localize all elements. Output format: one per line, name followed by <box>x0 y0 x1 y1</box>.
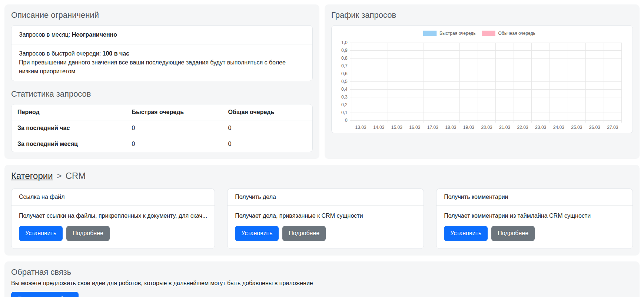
limit-row-monthly: Запросов в месяц: Неограниченно <box>11 26 312 44</box>
x-tick: 22.03 <box>517 125 528 130</box>
stats-col-period: Период <box>11 104 126 120</box>
y-tick: 0,8 <box>341 56 348 61</box>
stats-col-common: Общая очередь <box>222 104 312 120</box>
x-tick: 17.03 <box>427 125 438 130</box>
y-tick: 0,3 <box>341 94 348 100</box>
robot-cards-row: Ссылка на файл Получает ссылки на файлы,… <box>11 188 633 249</box>
chart-panel: График запросов Быстрая очередь Обычная … <box>325 4 640 159</box>
x-tick: 23.03 <box>535 125 546 130</box>
y-tick: 0,7 <box>341 63 348 69</box>
feedback-description: Вы можете предложить свои идеи для робот… <box>11 280 633 287</box>
details-button[interactable]: Подробнее <box>282 226 326 241</box>
y-tick: 0,2 <box>341 102 348 107</box>
legend-label-normal: Обычная очередь <box>498 31 535 36</box>
stats-fast-hour: 0 <box>126 120 222 136</box>
x-tick: 16.03 <box>409 125 420 130</box>
chart-y-axis-labels: 1,0 0,9 0,8 0,7 0,6 0,5 0,4 0,3 0,2 0,1 … <box>341 40 348 123</box>
chart-card: Быстрая очередь Обычная очередь <box>331 25 633 133</box>
limits-title: Описание ограничений <box>11 10 313 20</box>
robot-card-description: Получает ссылки на файлы, прикрепленных … <box>19 213 207 219</box>
stats-card: Период Быстрая очередь Общая очередь За … <box>11 104 313 152</box>
table-row: За последний месяц 0 0 <box>11 136 312 152</box>
install-button[interactable]: Установить <box>235 226 279 241</box>
chart-legend: Быстрая очередь Обычная очередь <box>423 31 535 36</box>
stats-fast-month: 0 <box>126 136 222 152</box>
x-tick: 20.03 <box>481 125 492 130</box>
x-tick: 24.03 <box>553 125 564 130</box>
x-tick: 21.03 <box>499 125 510 130</box>
stats-header-row: Период Быстрая очередь Общая очередь <box>11 104 312 120</box>
limit-monthly-label: Запросов в месяц: <box>19 31 70 38</box>
legend-label-fast: Быстрая очередь <box>439 31 475 36</box>
y-tick: 0,9 <box>341 48 348 53</box>
breadcrumb-current: CRM <box>66 171 86 181</box>
install-button[interactable]: Установить <box>19 226 63 241</box>
robot-card-title: Ссылка на файл <box>11 189 215 206</box>
robot-card-get-comments: Получить комментарии Получает комментари… <box>436 188 633 249</box>
x-tick: 19.03 <box>463 125 474 130</box>
stats-common-hour: 0 <box>222 120 312 136</box>
catalog-panel: Категории>CRM Ссылка на файл Получает сс… <box>4 165 640 256</box>
stats-period-hour: За последний час <box>11 120 126 136</box>
chart-vertical-grid <box>352 43 621 123</box>
top-row: Описание ограничений Запросов в месяц: Н… <box>4 4 640 159</box>
robot-card-title: Получить дела <box>228 189 424 206</box>
robot-card-body: Получает ссылки на файлы, прикрепленных … <box>11 206 215 248</box>
legend-swatch-fast <box>423 31 437 36</box>
limit-fast-value: 100 в час <box>103 50 130 57</box>
details-button[interactable]: Подробнее <box>66 226 110 241</box>
x-tick: 13.03 <box>355 125 366 130</box>
y-tick: 0,5 <box>341 79 348 84</box>
limits-panel: Описание ограничений Запросов в месяц: Н… <box>4 4 319 159</box>
limit-fast-label: Запросов в быстрой очереди: <box>19 50 101 57</box>
chart-title: График запросов <box>331 10 633 20</box>
install-button[interactable]: Установить <box>444 226 488 241</box>
legend-swatch-normal <box>482 31 495 36</box>
breadcrumb: Категории>CRM <box>11 171 633 181</box>
y-tick: 0,6 <box>341 71 348 76</box>
limit-row-fast: Запросов в быстрой очереди: 100 в час Пр… <box>11 44 312 81</box>
breadcrumb-separator: > <box>57 171 62 181</box>
limit-fast-note: При превышении данного значения все ваши… <box>19 58 305 76</box>
x-tick: 25.03 <box>571 125 582 130</box>
details-button[interactable]: Подробнее <box>491 226 535 241</box>
limits-card: Запросов в месяц: Неограниченно Запросов… <box>11 25 313 81</box>
feedback-panel: Обратная связь Вы можете предложить свои… <box>4 261 640 297</box>
page: Описание ограничений Запросов в месяц: Н… <box>0 0 644 297</box>
robot-card-title: Получить комментарии <box>436 189 633 206</box>
x-tick: 18.03 <box>445 125 456 130</box>
x-tick: 27.03 <box>607 125 618 130</box>
table-row: За последний час 0 0 <box>11 120 312 136</box>
chart-x-axis-labels: 13.03 14.03 15.03 16.03 17.03 18.03 19.0… <box>355 125 618 130</box>
x-tick: 15.03 <box>391 125 402 130</box>
robot-card-buttons: Установить Подробнее <box>19 226 207 241</box>
breadcrumb-categories-link[interactable]: Категории <box>11 171 53 181</box>
robot-card-file-link: Ссылка на файл Получает ссылки на файлы,… <box>11 188 215 249</box>
y-tick: 0,4 <box>341 87 348 92</box>
x-tick: 26.03 <box>589 125 600 130</box>
limit-monthly-value: Неограниченно <box>72 31 117 38</box>
stats-table: Период Быстрая очередь Общая очередь За … <box>11 104 312 152</box>
chart-horizontal-grid <box>350 43 622 121</box>
robot-card-body: Получает комментарии из таймлайна CRM су… <box>436 206 633 248</box>
stats-period-month: За последний месяц <box>11 136 126 152</box>
robot-card-buttons: Установить Подробнее <box>444 226 625 241</box>
robot-card-get-activities: Получить дела Получает дела, привязанные… <box>227 188 424 249</box>
stats-title: Статистика запросов <box>11 89 313 99</box>
robot-card-description: Получает дела, привязанные к CRM сущност… <box>235 213 416 219</box>
stats-col-fast: Быстрая очередь <box>126 104 222 120</box>
x-tick: 14.03 <box>373 125 384 130</box>
requests-chart: Быстрая очередь Обычная очередь <box>335 29 629 131</box>
y-tick: 0 <box>345 118 348 123</box>
robot-card-body: Получает дела, привязанные к CRM сущност… <box>228 206 424 248</box>
stats-common-month: 0 <box>222 136 312 152</box>
feedback-title: Обратная связь <box>11 267 633 277</box>
robot-card-description: Получает комментарии из таймлайна CRM су… <box>444 213 625 219</box>
y-tick: 0,1 <box>341 110 348 115</box>
y-tick: 1,0 <box>341 40 348 45</box>
robot-card-buttons: Установить Подробнее <box>235 226 416 241</box>
suggest-robot-button[interactable]: Предложить робота <box>11 292 79 297</box>
